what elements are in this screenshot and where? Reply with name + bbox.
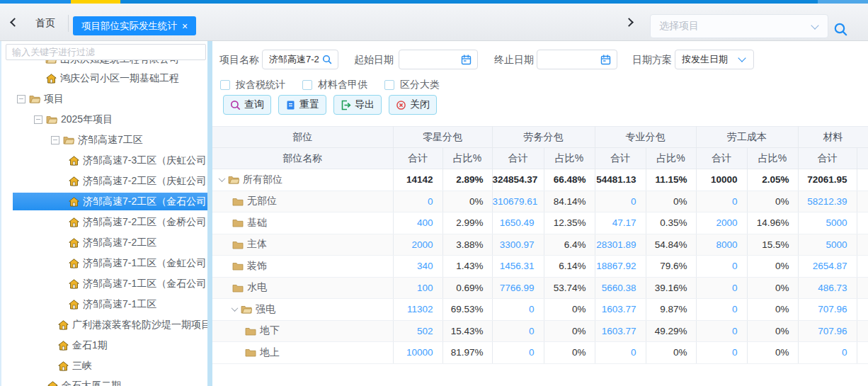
total-value[interactable]: 1650.49 — [492, 212, 544, 234]
checkbox-2[interactable]: 材料含甲供 — [302, 79, 367, 91]
tree-item[interactable]: 济邹高速7-2工区（庆虹公司） — [1, 171, 207, 191]
total-value[interactable]: 47.17 — [595, 212, 646, 234]
tree-item[interactable]: 济邹高速7-2工区（金桥公司） — [1, 212, 207, 232]
column-header[interactable]: 占比% — [544, 148, 595, 169]
end-date-input[interactable] — [537, 50, 617, 69]
total-value[interactable]: 11302 — [393, 299, 442, 321]
total-value[interactable]: 0 — [492, 299, 544, 321]
column-group-header[interactable]: 零星分包 — [393, 127, 492, 148]
tree-item[interactable]: 2025年项目 — [1, 109, 207, 130]
part-name[interactable]: 水电 — [247, 281, 267, 294]
total-value[interactable]: 310679.61 — [492, 191, 544, 212]
project-select[interactable]: 选择项目 — [650, 14, 828, 38]
part-name[interactable]: 装饰 — [247, 260, 267, 273]
total-value[interactable]: 707.96 — [798, 320, 857, 342]
checkbox-1[interactable]: 按含税统计 — [220, 79, 285, 91]
export-button[interactable]: 导出 — [333, 95, 382, 115]
panel-splitter[interactable] — [207, 41, 212, 386]
column-header[interactable]: 部位名称 — [212, 148, 393, 169]
total-value[interactable]: 5000 — [798, 234, 857, 256]
part-name[interactable]: 所有部位 — [243, 174, 282, 186]
part-name[interactable]: 强电 — [256, 303, 275, 316]
column-group-header[interactable]: 部位 — [212, 127, 393, 148]
total-value[interactable]: 28301.89 — [595, 234, 646, 256]
date-scheme-select[interactable]: 按发生日期 — [675, 50, 754, 69]
total-value[interactable]: 100 — [393, 277, 442, 299]
tree-item[interactable]: 济邹高速7-1工区（金虹公司） — [1, 253, 207, 273]
part-name[interactable]: 无部位 — [247, 195, 277, 208]
tree-item[interactable]: 项目 — [1, 89, 207, 109]
total-value[interactable]: 0 — [595, 342, 646, 364]
total-value[interactable]: 2000 — [696, 212, 747, 234]
calendar-icon[interactable] — [600, 55, 611, 65]
total-value[interactable]: 707.96 — [798, 299, 857, 321]
total-value[interactable]: 486.73 — [798, 277, 857, 299]
start-date-input[interactable] — [399, 50, 478, 69]
checkbox-box[interactable] — [302, 80, 312, 90]
column-header[interactable]: 占比% — [747, 148, 798, 169]
tabs-scroll-right-icon[interactable] — [624, 18, 634, 27]
project-name-input[interactable]: 济邹高速7-2 — [262, 50, 338, 69]
total-value[interactable]: 1603.77 — [595, 320, 646, 342]
tab-close-icon[interactable]: × — [182, 21, 188, 31]
total-value[interactable]: 8000 — [696, 234, 747, 256]
reset-button[interactable]: 重置 — [278, 95, 326, 115]
part-name[interactable]: 地下 — [260, 324, 280, 337]
total-value[interactable]: 0 — [696, 191, 747, 212]
chevron-down-icon[interactable] — [232, 305, 239, 312]
total-value[interactable]: 1456.31 — [492, 256, 544, 278]
total-value[interactable]: 2000 — [393, 234, 442, 256]
column-header[interactable]: 合计 — [492, 148, 544, 169]
tree-filter-input[interactable] — [6, 44, 206, 60]
tab-active[interactable]: 项目部位实际发生统计 × — [73, 16, 196, 35]
checkbox-box[interactable] — [384, 80, 394, 90]
column-group-header[interactable]: 材料 — [798, 127, 868, 148]
part-name[interactable]: 主体 — [247, 238, 267, 251]
total-value[interactable]: 0 — [492, 320, 544, 342]
tab-home[interactable]: 首页 — [35, 17, 55, 30]
column-group-header[interactable]: 专业分包 — [595, 127, 696, 148]
total-value[interactable]: 0 — [798, 342, 857, 364]
close-button[interactable]: 关闭 — [389, 95, 437, 115]
checkbox-box[interactable] — [220, 80, 230, 90]
total-value[interactable]: 1603.77 — [595, 299, 646, 321]
column-group-header[interactable]: 劳工成本 — [696, 127, 798, 148]
column-header[interactable]: 合计 — [798, 148, 857, 169]
column-group-header[interactable]: 劳务分包 — [492, 127, 595, 148]
total-value[interactable]: 2654.87 — [798, 256, 857, 278]
total-value[interactable]: 0 — [696, 320, 747, 342]
total-value[interactable]: 18867.92 — [595, 256, 646, 278]
total-value[interactable]: 0 — [696, 256, 747, 278]
column-header[interactable]: 合计 — [393, 148, 442, 169]
tree-item[interactable]: 金石大厦二期 — [1, 375, 207, 386]
tree-item[interactable]: 广利港滚装客轮防沙堤一期项目 — [1, 314, 207, 335]
tree-item[interactable]: 鸿庆公司小区一期基础工程 — [1, 68, 207, 89]
tree-item[interactable]: 济邹高速7工区 — [1, 130, 207, 150]
total-value[interactable]: 0 — [696, 277, 747, 299]
total-value[interactable]: 502 — [393, 320, 442, 342]
tree-item[interactable]: 济邹高速7-1工区（金石公司） — [1, 273, 207, 294]
total-value[interactable]: 3300.97 — [492, 234, 544, 256]
tree-item[interactable]: 济邹高速7-2工区 — [1, 232, 207, 253]
part-name[interactable]: 地上 — [260, 346, 280, 359]
tabs-scroll-left-icon[interactable] — [10, 18, 19, 27]
total-value[interactable]: 0 — [393, 191, 442, 212]
total-value[interactable]: 10000 — [393, 342, 442, 364]
search-icon[interactable] — [322, 55, 332, 64]
tree-expander-icon[interactable] — [51, 136, 59, 144]
total-value[interactable]: 0 — [696, 342, 747, 364]
tree-item[interactable]: 济邹高速7-3工区（庆虹公司） — [1, 150, 207, 171]
total-value[interactable]: 58212.39 — [798, 191, 857, 212]
tree-item[interactable]: 金石1期 — [1, 335, 207, 356]
total-value[interactable]: 5000 — [798, 212, 857, 234]
tree-item[interactable]: 三峡 — [1, 356, 207, 376]
tree-item[interactable]: 济邹高速7-2工区（金石公司） — [1, 191, 207, 212]
total-value[interactable]: 0 — [492, 342, 544, 364]
part-name[interactable]: 基础 — [247, 217, 267, 229]
tree-item[interactable]: 济邹高速7-1工区 — [1, 294, 207, 314]
column-header[interactable]: 占比% — [646, 148, 696, 169]
chevron-down-icon[interactable] — [219, 175, 226, 182]
total-value[interactable]: 0 — [595, 191, 646, 212]
query-button[interactable]: 查询 — [223, 95, 271, 115]
calendar-icon[interactable] — [461, 55, 472, 65]
